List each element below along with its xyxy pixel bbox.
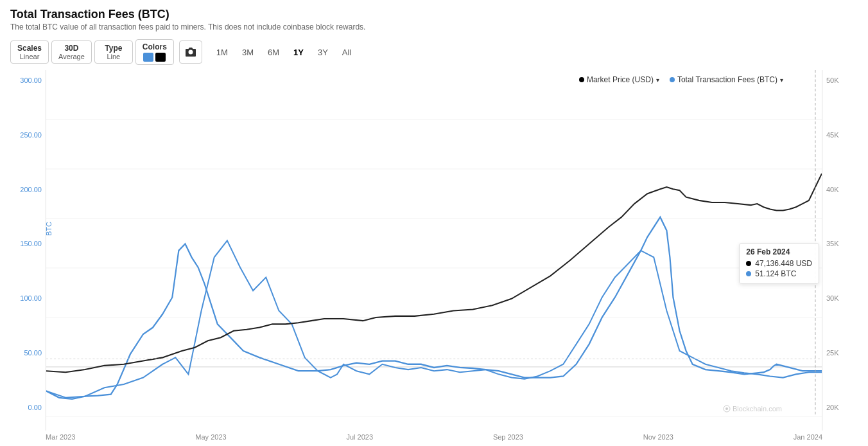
tooltip-market-value: 47,136.448 USD (755, 259, 812, 268)
x-label-may: May 2023 (195, 433, 226, 441)
time-6m[interactable]: 6M (261, 45, 286, 60)
x-label-jul: Jul 2023 (346, 433, 373, 441)
period-button[interactable]: 30D Average (51, 40, 92, 64)
x-label-sep: Sep 2023 (493, 433, 523, 441)
y-left-100: 100.00 (20, 294, 42, 302)
x-axis: Mar 2023 May 2023 Jul 2023 Sep 2023 Nov … (46, 431, 822, 441)
colors-swatches (143, 53, 166, 62)
type-label: Type (105, 44, 122, 53)
chart-area: 300.00 250.00 200.00 150.00 100.00 50.00… (10, 70, 858, 431)
time-3m[interactable]: 3M (236, 45, 260, 60)
page-title: Total Transaction Fees (BTC) (10, 8, 858, 21)
y-right-35k: 35K (826, 240, 839, 247)
colors-label: Colors (143, 42, 167, 51)
scales-sublabel: Linear (20, 53, 40, 60)
period-label: 30D (64, 44, 78, 53)
colors-button[interactable]: Colors (135, 39, 174, 65)
color-swatch-black (155, 53, 166, 62)
type-sublabel: Line (107, 53, 120, 60)
time-all[interactable]: All (336, 45, 358, 60)
y-axis-left: 300.00 250.00 200.00 150.00 100.00 50.00… (10, 70, 46, 431)
x-label-nov: Nov 2023 (643, 433, 673, 441)
watermark-text: Blockchain.com (733, 405, 782, 413)
tooltip-fees-value: 51.124 BTC (755, 269, 796, 278)
scales-label: Scales (17, 44, 42, 53)
chart-main: Market Price (USD) ▾ Total Transaction F… (46, 70, 822, 431)
tooltip-fees-row: 51.124 BTC (746, 269, 812, 278)
y-right-50k: 50K (826, 76, 839, 84)
y-right-40k: 40K (826, 186, 839, 193)
y-right-45k: 45K (826, 131, 839, 139)
y-right-30k: 30K (826, 294, 839, 302)
time-1y[interactable]: 1Y (287, 45, 310, 60)
y-left-200: 200.00 (20, 186, 42, 193)
y-left-150: 150.00 (20, 240, 42, 247)
y-left-300: 300.00 (20, 76, 42, 84)
blockchain-icon (723, 405, 731, 413)
y-axis-right: 50K 45K 40K 35K 30K 25K 20K (822, 70, 858, 431)
tooltip-market-row: 47,136.448 USD (746, 259, 812, 268)
y-left-0: 0.00 (28, 404, 42, 411)
x-label-mar: Mar 2023 (46, 433, 75, 441)
screenshot-button[interactable] (179, 40, 202, 64)
page-container: Total Transaction Fees (BTC) The total B… (0, 0, 868, 446)
type-button[interactable]: Type Line (94, 40, 133, 64)
toolbar: Scales Linear 30D Average Type Line Colo… (10, 39, 858, 65)
tooltip-dot-black (746, 261, 751, 266)
camera-icon (185, 47, 196, 57)
y-left-50: 50.00 (24, 349, 42, 357)
x-label-jan: Jan 2024 (794, 433, 822, 441)
time-3y[interactable]: 3Y (311, 45, 334, 60)
tooltip-dot-blue (746, 271, 751, 276)
time-buttons: 1M 3M 6M 1Y 3Y All (210, 45, 358, 60)
y-axis-title: BTC (45, 222, 53, 236)
header-section: Total Transaction Fees (BTC) The total B… (10, 8, 858, 31)
y-right-25k: 25K (826, 349, 839, 357)
tooltip-date: 26 Feb 2024 (746, 247, 812, 256)
tooltip-box: 26 Feb 2024 47,136.448 USD 51.124 BTC (739, 243, 819, 284)
y-right-20k: 20K (826, 404, 839, 411)
y-left-250: 250.00 (20, 131, 42, 139)
period-sublabel: Average (58, 53, 85, 60)
watermark: Blockchain.com (723, 405, 782, 413)
page-subtitle: The total BTC value of all transaction f… (10, 22, 858, 31)
chart-svg (46, 70, 822, 418)
scales-button[interactable]: Scales Linear (10, 40, 49, 64)
color-swatch-blue (143, 53, 153, 62)
time-1m[interactable]: 1M (210, 45, 234, 60)
svg-point-11 (725, 407, 728, 410)
